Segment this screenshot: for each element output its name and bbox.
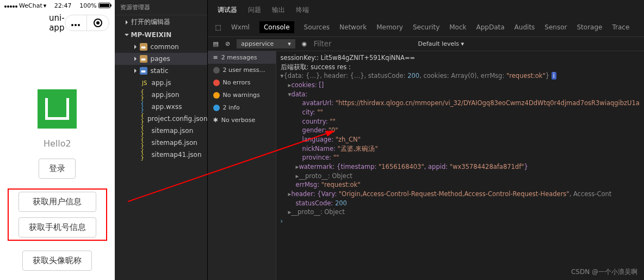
log-line: avatarUrl: "https://thirdwx.qlogo.cn/mmo… bbox=[281, 99, 640, 108]
file-sitemap41[interactable]: sitemap41.json bbox=[115, 149, 207, 161]
capsule bbox=[65, 15, 109, 31]
log-line: language: "zh_CN" bbox=[281, 135, 640, 144]
phone-simulator: WeChat ▾ 22:47 100% uni-app Hello2 登录 获取… bbox=[0, 0, 115, 280]
folder-pages[interactable]: ▬pages bbox=[115, 53, 207, 65]
log-line: sessionKey:: Lit5w84gZNIT+591KqiNNA== bbox=[281, 53, 640, 63]
wifi-icon: ▾ bbox=[44, 2, 47, 9]
file-project-config[interactable]: project.config.json bbox=[115, 113, 207, 125]
tab-memory[interactable]: Memory bbox=[376, 23, 403, 31]
app-body: Hello2 登录 获取用户信息 获取手机号信息 获取头像昵称 bbox=[0, 35, 115, 271]
file-sitemap6[interactable]: sitemap6.json bbox=[115, 137, 207, 149]
folder-common[interactable]: ▬common bbox=[115, 41, 207, 53]
devtools-secondary-tabs: ⬚ Wxml Console Sources Network Memory Se… bbox=[208, 18, 644, 37]
console-toolbar: ▤ ⊘ appservice▾ ◉ Default levels ▾ bbox=[208, 37, 644, 51]
tab-sensor[interactable]: Sensor bbox=[544, 23, 567, 31]
title-bar: uni-app bbox=[0, 11, 115, 35]
tab-console[interactable]: Console bbox=[259, 21, 294, 33]
tab-terminal[interactable]: 终端 bbox=[296, 5, 309, 15]
file-sitemap[interactable]: sitemap.json bbox=[115, 125, 207, 137]
tab-appdata[interactable]: AppData bbox=[476, 23, 505, 31]
log-line[interactable]: ▾{data: {…}, header: {…}, statusCode: 20… bbox=[281, 71, 640, 81]
devtools-panel: 调试器 问题 输出 终端 ⬚ Wxml Console Sources Netw… bbox=[207, 0, 644, 280]
tab-trace[interactable]: Trace bbox=[612, 23, 629, 31]
file-app-wxss[interactable]: app.wxss bbox=[115, 101, 207, 113]
inspect-icon[interactable]: ⬚ bbox=[215, 23, 221, 31]
console-prompt[interactable]: › bbox=[281, 217, 640, 226]
tab-sources[interactable]: Sources bbox=[304, 23, 330, 31]
devtools-primary-tabs: 调试器 问题 输出 终端 bbox=[208, 0, 644, 18]
signal: WeChat ▾ bbox=[4, 2, 46, 9]
tab-audits[interactable]: Audits bbox=[515, 23, 535, 31]
log-line: city: "" bbox=[281, 108, 640, 117]
log-line[interactable]: ▸__proto__: Object bbox=[281, 208, 640, 217]
open-editors-section[interactable]: 打开的编辑器 bbox=[115, 15, 207, 29]
sb-verbose[interactable]: ✱No verbose bbox=[208, 114, 276, 126]
log-line: gender: "0" bbox=[281, 126, 640, 135]
tab-security[interactable]: Security bbox=[413, 23, 439, 31]
highlight-box: 获取用户信息 获取手机号信息 bbox=[8, 188, 107, 241]
log-line: statusCode: 200 bbox=[281, 199, 640, 208]
log-line: country: "" bbox=[281, 117, 640, 126]
levels-selector[interactable]: Default levels ▾ bbox=[418, 40, 464, 47]
sb-messages[interactable]: ≡2 messages bbox=[208, 51, 276, 64]
capsule-menu-button[interactable] bbox=[65, 15, 87, 31]
eye-icon[interactable]: ◉ bbox=[302, 40, 307, 47]
get-avatar-button[interactable]: 获取头像昵称 bbox=[22, 251, 92, 271]
tab-debugger[interactable]: 调试器 bbox=[218, 5, 237, 15]
sb-info[interactable]: 2 info bbox=[208, 101, 276, 114]
login-button[interactable]: 登录 bbox=[39, 159, 76, 179]
log-line[interactable]: ▸cookies: [] bbox=[281, 81, 640, 90]
battery-icon bbox=[98, 3, 110, 8]
capsule-close-button[interactable] bbox=[87, 15, 109, 31]
explorer-panel: 资源管理器 打开的编辑器 MP-WEIXIN ▬common ▬pages ▬s… bbox=[115, 0, 207, 280]
log-line: province: "" bbox=[281, 153, 640, 162]
sidebar-toggle-icon[interactable]: ▤ bbox=[213, 40, 219, 47]
csdn-watermark: CSDN @一个小浪吴啊 bbox=[571, 267, 637, 277]
file-app-json[interactable]: app.json bbox=[115, 89, 207, 101]
log-line: nickName: "孟婆,来碗汤" bbox=[281, 144, 640, 154]
log-line[interactable]: ▸header: {Vary: "Origin,Access-Control-R… bbox=[281, 190, 640, 199]
file-app-js[interactable]: JSapp.js bbox=[115, 77, 207, 89]
get-phone-button[interactable]: 获取手机号信息 bbox=[18, 217, 96, 238]
sb-user[interactable]: 2 user mess… bbox=[208, 64, 276, 76]
carrier-label: WeChat bbox=[19, 2, 42, 9]
tab-mock[interactable]: Mock bbox=[449, 23, 466, 31]
get-userinfo-button[interactable]: 获取用户信息 bbox=[18, 192, 96, 212]
tab-output[interactable]: 输出 bbox=[272, 5, 285, 15]
filter-input[interactable] bbox=[313, 40, 411, 48]
hello-label: Hello2 bbox=[44, 138, 71, 149]
explorer-title: 资源管理器 bbox=[115, 0, 207, 15]
time-label: 22:47 bbox=[54, 2, 72, 9]
tab-network[interactable]: Network bbox=[339, 23, 367, 31]
app-title: uni-app bbox=[49, 13, 65, 33]
tab-storage[interactable]: Storage bbox=[577, 23, 602, 31]
log-line[interactable]: ▾data: bbox=[281, 90, 640, 99]
console-output: sessionKey:: Lit5w84gZNIT+591KqiNNA== 后端… bbox=[276, 51, 644, 280]
clear-console-icon[interactable]: ⊘ bbox=[225, 40, 230, 47]
project-root[interactable]: MP-WEIXIN bbox=[115, 29, 207, 41]
console-sidebar: ≡2 messages 2 user mess… No errors No wa… bbox=[208, 51, 276, 280]
context-selector[interactable]: appservice▾ bbox=[237, 39, 295, 48]
battery: 100% bbox=[79, 2, 110, 9]
uniapp-logo bbox=[38, 89, 77, 129]
tab-wxml[interactable]: Wxml bbox=[231, 23, 250, 31]
tab-problems[interactable]: 问题 bbox=[248, 5, 261, 15]
log-line[interactable]: ▸watermark: {timestamp: "1656168403", ap… bbox=[281, 162, 640, 172]
log-line: errMsg: "request:ok" bbox=[281, 180, 640, 190]
sb-warnings[interactable]: No warnings bbox=[208, 89, 276, 101]
status-bar: WeChat ▾ 22:47 100% bbox=[0, 0, 115, 11]
sb-errors[interactable]: No errors bbox=[208, 76, 276, 89]
folder-static[interactable]: ▬static bbox=[115, 65, 207, 77]
log-line: 后端获取: success res : bbox=[281, 63, 640, 72]
log-line[interactable]: ▸__proto__: Object bbox=[281, 172, 640, 181]
